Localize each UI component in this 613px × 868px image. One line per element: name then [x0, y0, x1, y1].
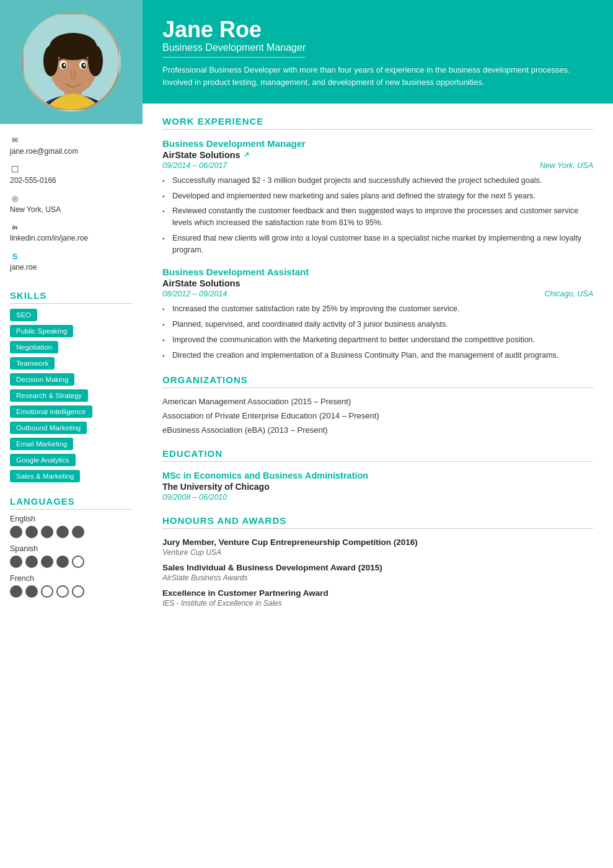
language-dot: [10, 556, 22, 568]
education-degree: MSc in Economics and Business Administra…: [162, 471, 593, 480]
education-school: The University of Chicago: [162, 482, 593, 492]
date-location-row: 09/2014 – 06/2017New York, USA: [162, 161, 593, 170]
skill-tag: Public Speaking: [10, 325, 73, 337]
education-title: EDUCATION: [162, 448, 593, 462]
svg-point-5: [43, 45, 58, 76]
work-experience-section: WORK EXPERIENCE Business Development Man…: [162, 116, 593, 361]
language-dot: [56, 585, 69, 598]
jobs-list: Business Development ManagerAirState Sol…: [162, 138, 593, 361]
language-dot: [41, 526, 53, 538]
language-name: Spanish: [10, 544, 133, 553]
svg-point-11: [64, 64, 66, 66]
skill-tag: Negotiation: [10, 341, 58, 353]
job-bullet: Increased the customer satisfaction rate…: [162, 303, 593, 315]
main-content: Jane Roe Business Development Manager Pr…: [143, 0, 613, 868]
award-title: Sales Individual & Business Development …: [162, 563, 593, 572]
language-name: French: [10, 574, 133, 583]
language-item: French: [10, 574, 133, 598]
award-org: Venture Cup USA: [162, 548, 593, 557]
job-entry: Business Development ManagerAirState Sol…: [162, 138, 593, 256]
main-body: WORK EXPERIENCE Business Development Man…: [143, 104, 613, 640]
job-bullet: Developed and implemented new marketing …: [162, 190, 593, 202]
job-title: Business Development Assistant: [162, 267, 593, 277]
orgs-list: American Management Association (2015 – …: [162, 397, 593, 435]
languages-section: LANGUAGES EnglishSpanishFrench: [0, 486, 143, 598]
location-icon: ◎: [10, 193, 20, 203]
svg-point-12: [84, 64, 86, 66]
job-bullet-list: Successfully managed $2 - 3 million budg…: [162, 175, 593, 256]
skill-tag: Teamwork: [10, 357, 55, 370]
language-dot: [25, 526, 38, 538]
skill-tag: Outbound Marketing: [10, 422, 87, 434]
org-item: Association of Private Enterprise Educat…: [162, 411, 593, 420]
contact-section: ✉ jane.roe@gmail.com ☐ 202-555-0166 ◎ Ne…: [0, 124, 143, 273]
language-dots: [10, 585, 133, 598]
language-item: English: [10, 515, 133, 538]
award-title: Excellence in Customer Partnering Award: [162, 588, 593, 598]
languages-list: EnglishSpanishFrench: [10, 515, 133, 598]
language-dot: [41, 585, 53, 598]
skill-tag: Emotional Intelligence: [10, 405, 92, 418]
location-contact: ◎ New York, USA: [10, 193, 133, 215]
skype-icon: S: [10, 251, 20, 261]
email-text: jane.roe@gmail.com: [10, 146, 133, 157]
language-dot: [25, 556, 38, 568]
job-dates: 09/2014 – 06/2017: [162, 161, 227, 170]
skill-tag: Google Analytics: [10, 454, 76, 466]
award-title: Jury Member, Venture Cup Entrepreneurshi…: [162, 538, 593, 547]
org-item: eBusiness Association (eBA) (2013 – Pres…: [162, 425, 593, 435]
education-dates: 09/2008 – 06/2010: [162, 493, 593, 502]
language-dot: [25, 585, 38, 598]
language-dot: [56, 556, 69, 568]
job-bullet: Successfully managed $2 - 3 million budg…: [162, 175, 593, 187]
skype-contact: S jane.roe: [10, 251, 133, 273]
education-list: MSc in Economics and Business Administra…: [162, 471, 593, 502]
phone-text: 202-555-0166: [10, 175, 133, 186]
linkedin-icon: in: [10, 222, 20, 232]
honours-section: HONOURS AND AWARDS Jury Member, Venture …: [162, 515, 593, 608]
job-location: Chicago, USA: [544, 290, 593, 298]
candidate-name: Jane Roe: [162, 17, 593, 42]
avatar-container: [0, 0, 143, 124]
date-location-row: 08/2012 – 09/2014Chicago, USA: [162, 290, 593, 298]
job-bullet-list: Increased the customer satisfaction rate…: [162, 303, 593, 361]
avatar: [22, 12, 121, 112]
skills-section: SKILLS SEOPublic SpeakingNegotiationTeam…: [0, 280, 143, 486]
organizations-section: ORGANIZATIONS American Management Associ…: [162, 374, 593, 435]
award-entry: Excellence in Customer Partnering AwardI…: [162, 588, 593, 608]
language-dots: [10, 526, 133, 538]
external-link-icon: ↗: [244, 151, 249, 159]
job-bullet: Ensured that new clients will grow into …: [162, 232, 593, 256]
education-section: EDUCATION MSc in Economics and Business …: [162, 448, 593, 502]
award-org: IES - Institute of Excellence in Sales: [162, 599, 593, 608]
location-text: New York, USA: [10, 205, 133, 215]
award-entry: Sales Individual & Business Development …: [162, 563, 593, 582]
linkedin-contact: in linkedin.com/in/jane.roe: [10, 222, 133, 244]
languages-title: LANGUAGES: [10, 496, 133, 510]
award-org: AirState Business Awards: [162, 574, 593, 582]
job-bullet: Improved the communication with the Mark…: [162, 334, 593, 346]
award-entry: Jury Member, Venture Cup Entrepreneurshi…: [162, 538, 593, 557]
language-dot: [72, 556, 84, 568]
language-dot: [41, 556, 53, 568]
skill-tag: Email Marketing: [10, 438, 73, 450]
language-dots: [10, 556, 133, 568]
work-experience-title: WORK EXPERIENCE: [162, 116, 593, 130]
skill-tag: Research & Strategy: [10, 389, 88, 402]
job-location: New York, USA: [540, 161, 593, 170]
language-dot: [10, 526, 22, 538]
email-contact: ✉ jane.roe@gmail.com: [10, 135, 133, 157]
email-icon: ✉: [10, 135, 20, 145]
job-bullet: Directed the creation and implementation…: [162, 350, 593, 361]
honours-title: HONOURS AND AWARDS: [162, 515, 593, 529]
sidebar: ✉ jane.roe@gmail.com ☐ 202-555-0166 ◎ Ne…: [0, 0, 143, 868]
phone-contact: ☐ 202-555-0166: [10, 164, 133, 186]
job-bullet: Planned, supervised, and coordinated dai…: [162, 319, 593, 330]
phone-icon: ☐: [10, 164, 20, 174]
header-band: Jane Roe Business Development Manager Pr…: [143, 0, 613, 104]
company-row: AirState Solutions ↗: [162, 150, 593, 160]
language-item: Spanish: [10, 544, 133, 568]
language-dot: [10, 585, 22, 598]
skills-list: SEOPublic SpeakingNegotiationTeamworkDec…: [10, 309, 133, 486]
job-bullet: Reviewed constantly the customer feedbac…: [162, 205, 593, 229]
